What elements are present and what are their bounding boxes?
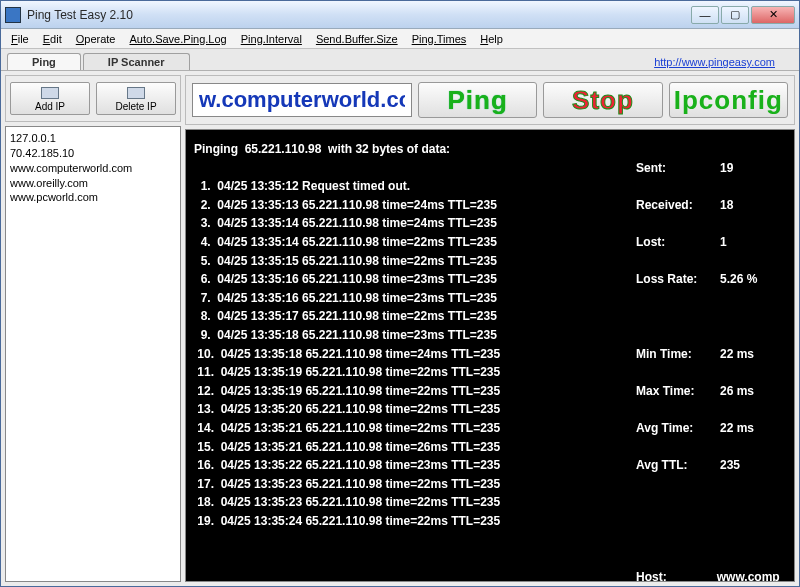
stat-max-value: 26 ms bbox=[720, 382, 754, 401]
stat-lost-label: Lost: bbox=[636, 233, 720, 252]
menu-file[interactable]: File bbox=[5, 31, 35, 47]
stat-lost-value: 1 bbox=[720, 233, 727, 252]
add-ip-button[interactable]: Add IP bbox=[10, 82, 90, 115]
tab-ping[interactable]: Ping bbox=[7, 53, 81, 70]
menu-buffer[interactable]: Send.Buffer.Size bbox=[310, 31, 404, 47]
app-icon bbox=[5, 7, 21, 23]
ip-button-row: Add IP Delete IP bbox=[5, 75, 181, 122]
menu-times[interactable]: Ping.Times bbox=[406, 31, 473, 47]
ipconfig-button[interactable]: Ipconfig bbox=[669, 82, 788, 118]
tab-ipscanner[interactable]: IP Scanner bbox=[83, 53, 190, 70]
ip-list[interactable]: 127.0.0.1 70.42.185.10 www.computerworld… bbox=[5, 126, 181, 582]
stat-min-label: Min Time: bbox=[636, 345, 720, 364]
ping-button[interactable]: Ping bbox=[418, 82, 537, 118]
stat-received-label: Received: bbox=[636, 196, 720, 215]
computer-icon bbox=[41, 87, 59, 99]
content-area: Add IP Delete IP 127.0.0.1 70.42.185.10 … bbox=[1, 71, 799, 586]
stat-lossrate-label: Loss Rate: bbox=[636, 270, 720, 289]
list-item[interactable]: www.oreilly.com bbox=[10, 176, 176, 191]
homepage-link[interactable]: http://www.pingeasy.com bbox=[648, 54, 781, 70]
menubar: File Edit Operate Auto.Save.Ping.Log Pin… bbox=[1, 29, 799, 49]
stat-avg-label: Avg Time: bbox=[636, 419, 720, 438]
close-button[interactable]: ✕ bbox=[751, 6, 795, 24]
menu-interval[interactable]: Ping.Interval bbox=[235, 31, 308, 47]
console-output: Pinging 65.221.110.98 with 32 bytes of d… bbox=[185, 129, 795, 582]
stat-host-value: www.computerworld.com bbox=[717, 568, 786, 582]
stat-min-value: 22 ms bbox=[720, 345, 754, 364]
list-item[interactable]: www.computerworld.com bbox=[10, 161, 176, 176]
titlebar: Ping Test Easy 2.10 — ▢ ✕ bbox=[1, 1, 799, 29]
window-title: Ping Test Easy 2.10 bbox=[27, 8, 691, 22]
delete-ip-button[interactable]: Delete IP bbox=[96, 82, 176, 115]
tabbar: Ping IP Scanner http://www.pingeasy.com bbox=[1, 49, 799, 71]
minimize-button[interactable]: — bbox=[691, 6, 719, 24]
action-row: Ping Stop Ipconfig bbox=[185, 75, 795, 125]
console-lines: Pinging 65.221.110.98 with 32 bytes of d… bbox=[194, 140, 624, 575]
stat-sent-value: 19 bbox=[720, 159, 733, 178]
list-item[interactable]: 70.42.185.10 bbox=[10, 146, 176, 161]
stop-button[interactable]: Stop bbox=[543, 82, 662, 118]
menu-edit[interactable]: Edit bbox=[37, 31, 68, 47]
stat-avg-value: 22 ms bbox=[720, 419, 754, 438]
stat-sent-label: Sent: bbox=[636, 159, 720, 178]
maximize-button[interactable]: ▢ bbox=[721, 6, 749, 24]
menu-help[interactable]: Help bbox=[474, 31, 509, 47]
stat-avgttl-value: 235 bbox=[720, 456, 740, 475]
host-input[interactable] bbox=[192, 83, 412, 117]
list-item[interactable]: 127.0.0.1 bbox=[10, 131, 176, 146]
list-item[interactable]: www.pcworld.com bbox=[10, 190, 176, 205]
right-panel: Ping Stop Ipconfig Pinging 65.221.110.98… bbox=[185, 75, 795, 582]
delete-ip-label: Delete IP bbox=[115, 101, 156, 112]
stat-lossrate-value: 5.26 % bbox=[720, 270, 757, 289]
computer-icon bbox=[127, 87, 145, 99]
console-stats: Sent:19 Received:18 Lost:1 Loss Rate:5.2… bbox=[624, 140, 786, 575]
stat-max-label: Max Time: bbox=[636, 382, 720, 401]
menu-autosave[interactable]: Auto.Save.Ping.Log bbox=[123, 31, 232, 47]
stat-received-value: 18 bbox=[720, 196, 733, 215]
app-window: Ping Test Easy 2.10 — ▢ ✕ File Edit Oper… bbox=[0, 0, 800, 587]
window-controls: — ▢ ✕ bbox=[691, 6, 795, 24]
left-panel: Add IP Delete IP 127.0.0.1 70.42.185.10 … bbox=[5, 75, 181, 582]
stat-avgttl-label: Avg TTL: bbox=[636, 456, 720, 475]
add-ip-label: Add IP bbox=[35, 101, 65, 112]
stat-host-label: Host: bbox=[636, 568, 717, 582]
menu-operate[interactable]: Operate bbox=[70, 31, 122, 47]
